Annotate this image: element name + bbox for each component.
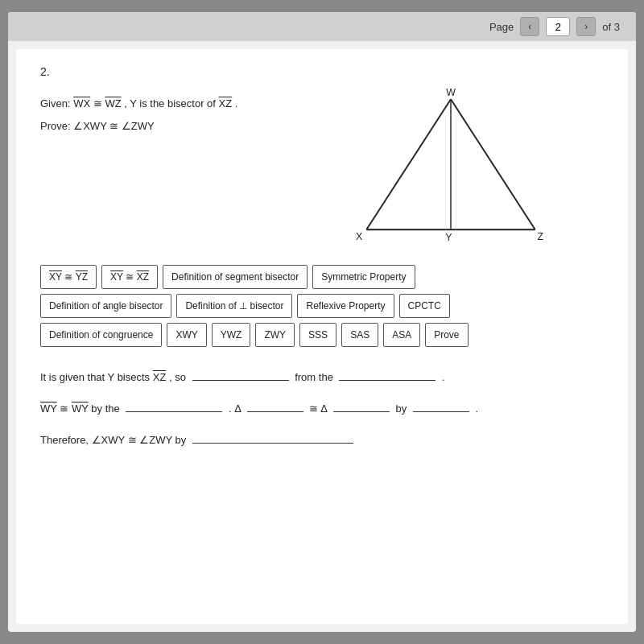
- tile-xy-yz[interactable]: XY ≅ YZ: [40, 265, 97, 289]
- tile-symmetric-property[interactable]: Symmetric Property: [312, 265, 415, 289]
- tile-asa-label: ASA: [392, 329, 411, 341]
- fill-line1-segment: XZ: [153, 371, 167, 383]
- fill-line1-period: .: [442, 371, 445, 383]
- tile-prove[interactable]: Prove: [425, 323, 468, 347]
- problem-number: 2.: [40, 65, 604, 78]
- fill-line3-prefix: Therefore, ∠XWY ≅ ∠ZWY by: [40, 434, 189, 446]
- prove-statement: ∠XWY ≅ ∠ZWY: [73, 120, 154, 132]
- tile-sss-label: SSS: [308, 329, 328, 341]
- fill-line1-prefix: It is given that Y bisects: [40, 371, 153, 383]
- fill-line1-so: , so: [169, 371, 189, 383]
- tiles-section: XY ≅ YZ XY ≅ XZ Definition of segment bi…: [40, 265, 604, 347]
- wx-segment: WX: [73, 97, 90, 109]
- page-number-input[interactable]: [546, 17, 570, 36]
- tile-xwy[interactable]: XWY: [167, 323, 206, 347]
- given-line: Given: WX ≅ WZ , Y is the bisector of XZ…: [40, 96, 282, 112]
- fill-line-3: Therefore, ∠XWY ≅ ∠ZWY by: [40, 429, 604, 451]
- tile-asa[interactable]: ASA: [383, 323, 420, 347]
- total-pages: of 3: [602, 21, 620, 33]
- fill-line-1: It is given that Y bisects XZ , so from …: [40, 366, 604, 388]
- vertex-x-label: X: [356, 231, 362, 242]
- tile-def-angle-bisector[interactable]: Definition of angle bisector: [40, 294, 171, 318]
- wz-segment: WZ: [105, 97, 121, 109]
- tile-ywz[interactable]: YWZ: [212, 323, 251, 347]
- tile-def-congruence[interactable]: Definition of congruence: [40, 323, 162, 347]
- fill-line2-period: .: [476, 402, 479, 415]
- xz-segment: XZ: [219, 97, 233, 109]
- tile-ywz-label: YWZ: [221, 329, 242, 341]
- tile-sas[interactable]: SAS: [341, 323, 378, 347]
- given-period: .: [235, 97, 238, 109]
- tile-def-segment-bisector-label: Definition of segment bisector: [171, 271, 299, 283]
- top-bar: Page ‹ › of 3: [8, 12, 636, 41]
- next-page-button[interactable]: ›: [576, 17, 596, 36]
- wy-segment-2: WY: [72, 402, 89, 415]
- tile-reflexive-property-label: Reflexive Property: [306, 300, 385, 312]
- tile-def-angle-bisector-label: Definition of angle bisector: [49, 300, 163, 312]
- prove-line: Prove: ∠XWY ≅ ∠ZWY: [40, 118, 282, 134]
- svg-line-1: [451, 99, 535, 229]
- triangle-area: W X Y Z: [298, 88, 604, 249]
- fill-line2-congruent: ≅: [60, 402, 72, 415]
- fill-line1-from: from the: [295, 371, 336, 383]
- fill-blank-2c[interactable]: [333, 398, 390, 412]
- given-label: Given:: [40, 97, 73, 109]
- fill-blank-3a[interactable]: [192, 429, 353, 444]
- tile-sss[interactable]: SSS: [299, 323, 336, 347]
- tile-def-perp-bisector[interactable]: Definition of ⊥ bisector: [176, 294, 292, 318]
- tile-cpctc-label: CPCTC: [408, 300, 441, 312]
- given-rest: , Y is the bisector of: [124, 97, 218, 109]
- vertex-z-label: Z: [538, 231, 544, 242]
- fill-line2-delta1: . Δ: [229, 402, 241, 415]
- tile-def-segment-bisector[interactable]: Definition of segment bisector: [163, 265, 308, 289]
- congruent-1: ≅: [93, 97, 105, 109]
- tile-xwy-label: XWY: [175, 329, 197, 341]
- fill-blank-2a[interactable]: [126, 398, 222, 412]
- given-section: Given: WX ≅ WZ , Y is the bisector of XZ…: [40, 88, 604, 249]
- fill-line2-by2: by: [396, 402, 410, 415]
- tile-def-congruence-label: Definition of congruence: [49, 329, 153, 341]
- fill-line2-congruent2: ≅ Δ: [309, 402, 327, 415]
- tile-cpctc[interactable]: CPCTC: [399, 294, 450, 318]
- fill-blank-1b[interactable]: [339, 366, 436, 381]
- tile-prove-label: Prove: [434, 329, 459, 341]
- fill-blank-1a[interactable]: [192, 366, 289, 381]
- vertex-w-label: W: [446, 88, 456, 98]
- tile-reflexive-property[interactable]: Reflexive Property: [297, 294, 394, 318]
- tiles-row-3: Definition of congruence XWY YWZ ZWY SSS…: [40, 323, 604, 347]
- fill-line-2: WY ≅ WY by the . Δ ≅ Δ by .: [40, 398, 604, 419]
- fill-line2-by: by the: [91, 402, 122, 415]
- svg-line-0: [366, 99, 451, 229]
- tiles-row-1: XY ≅ YZ XY ≅ XZ Definition of segment bi…: [40, 265, 604, 289]
- given-text-area: Given: WX ≅ WZ , Y is the bisector of XZ…: [40, 88, 282, 140]
- tile-def-perp-bisector-label: Definition of ⊥ bisector: [185, 300, 283, 312]
- prove-label: Prove:: [40, 120, 73, 132]
- fill-in-section: It is given that Y bisects XZ , so from …: [40, 366, 604, 451]
- fill-blank-2b[interactable]: [247, 398, 303, 412]
- tile-zwy[interactable]: ZWY: [255, 323, 295, 347]
- page-label: Page: [489, 21, 514, 33]
- tile-symmetric-property-label: Symmetric Property: [321, 271, 406, 283]
- page-container: Page ‹ › of 3 2. Given: WX ≅ WZ , Y is t…: [8, 12, 636, 632]
- tile-zwy-label: ZWY: [264, 329, 286, 341]
- triangle-diagram: W X Y Z: [346, 88, 555, 249]
- prev-page-button[interactable]: ‹: [520, 17, 539, 36]
- tile-xy-xz[interactable]: XY ≅ XZ: [101, 265, 158, 289]
- tile-sas-label: SAS: [350, 329, 369, 341]
- content-area: 2. Given: WX ≅ WZ , Y is the bisector of…: [16, 49, 628, 624]
- wy-segment-1: WY: [40, 402, 57, 415]
- tiles-row-2: Definition of angle bisector Definition …: [40, 294, 604, 318]
- vertex-y-label: Y: [445, 232, 452, 243]
- fill-blank-2d[interactable]: [413, 398, 469, 412]
